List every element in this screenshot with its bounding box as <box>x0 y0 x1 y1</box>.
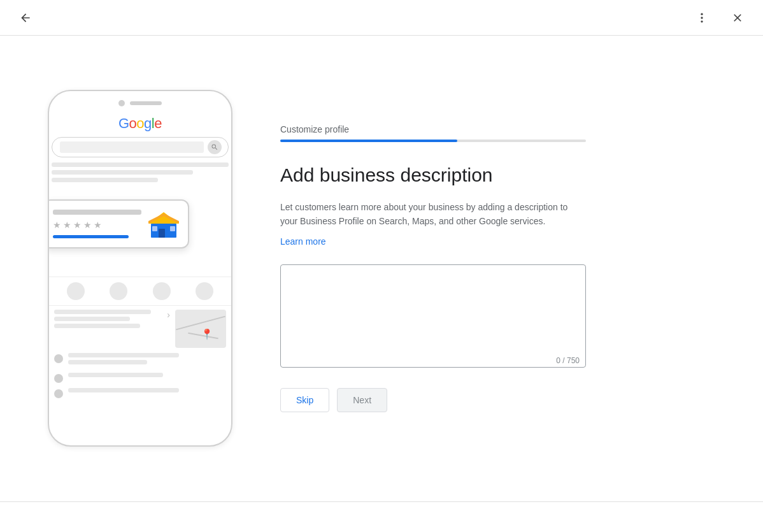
phone-notch <box>49 91 231 111</box>
star-5: ★ <box>94 220 102 230</box>
star-2: ★ <box>63 220 71 230</box>
line-3 <box>52 178 158 182</box>
business-card-popup: ★ ★ ★ ★ ★ <box>48 199 189 248</box>
google-letter-g: G <box>118 115 129 131</box>
phone-icon-map <box>110 282 127 300</box>
phone-speaker <box>130 101 162 105</box>
phone-camera <box>118 100 125 106</box>
phone-icon-location <box>67 282 85 300</box>
phone-lines-top <box>49 162 231 182</box>
map-pin: 📍 <box>201 328 213 340</box>
step-label: Customize profile <box>280 124 586 134</box>
top-bar-right <box>689 5 750 31</box>
row3-line1 <box>68 373 163 377</box>
phone-icon-call <box>196 282 213 300</box>
row4-lines <box>68 388 226 396</box>
row3-lines <box>68 373 226 380</box>
row1-line2 <box>54 317 130 321</box>
svg-point-2 <box>701 20 702 22</box>
more-options-button[interactable] <box>689 5 715 31</box>
google-letter-o2: o <box>136 115 144 131</box>
phone-row-4 <box>54 388 226 398</box>
phone-row-3 <box>54 373 226 383</box>
row-arrow-1: › <box>167 310 170 320</box>
progress-bar-fill <box>280 140 457 142</box>
progress-bar-container <box>280 140 586 142</box>
phone-search-bar <box>52 137 229 157</box>
bc-bar <box>53 235 129 238</box>
phone-search-input <box>60 141 204 153</box>
google-logo: Google <box>49 115 231 132</box>
line-1 <box>52 162 229 167</box>
google-letter-g2: g <box>144 115 152 131</box>
row2-line2 <box>68 360 147 364</box>
main-content: Google ★ <box>0 36 763 501</box>
svg-rect-6 <box>170 226 175 231</box>
svg-rect-5 <box>152 226 157 231</box>
description-text: Let customers learn more about your busi… <box>280 200 586 229</box>
top-bar-left <box>13 5 38 31</box>
page-title: Add business description <box>280 162 586 187</box>
close-button[interactable] <box>725 5 750 31</box>
store-icon <box>146 206 182 241</box>
right-panel: Customize profile Add business descripti… <box>280 124 586 413</box>
top-bar <box>0 0 763 36</box>
svg-point-1 <box>701 17 702 18</box>
next-button[interactable]: Next <box>337 388 387 412</box>
row1-line1 <box>54 310 151 314</box>
bottom-bar <box>0 501 763 532</box>
line-2 <box>52 170 193 175</box>
svg-point-0 <box>701 13 702 15</box>
row2-lines <box>68 353 226 368</box>
phone-icon <box>54 374 63 383</box>
row2-line1 <box>68 353 179 357</box>
textarea-wrapper: 0 / 750 <box>280 264 586 370</box>
row1-line3 <box>54 324 140 328</box>
star-3: ★ <box>73 220 82 230</box>
phone-row-1: › 📍 <box>54 310 226 348</box>
row4-line1 <box>68 388 179 392</box>
phone-search-icon <box>208 140 222 154</box>
char-count: 0 / 750 <box>556 356 580 365</box>
star-1: ★ <box>53 220 61 230</box>
google-letter-o1: o <box>129 115 137 131</box>
description-textarea[interactable] <box>280 264 586 368</box>
phone-row-2 <box>54 353 226 368</box>
skip-button[interactable]: Skip <box>280 388 329 412</box>
phone-icons-row <box>49 277 231 306</box>
learn-more-link[interactable]: Learn more <box>280 236 326 247</box>
bc-title-line <box>53 210 141 215</box>
phone-illustration: Google ★ <box>38 90 242 447</box>
phone-mockup: Google ★ <box>48 90 232 447</box>
buttons-row: Skip Next <box>280 388 586 412</box>
clock-icon <box>54 354 63 363</box>
phone-map: 📍 <box>175 310 226 348</box>
star-4: ★ <box>83 220 92 230</box>
phone-icon-bookmark <box>153 282 171 300</box>
svg-rect-4 <box>159 229 165 238</box>
globe-icon <box>54 389 63 398</box>
google-letter-e: e <box>154 115 162 131</box>
phone-content-rows: › 📍 <box>49 310 231 398</box>
back-button[interactable] <box>13 5 38 31</box>
